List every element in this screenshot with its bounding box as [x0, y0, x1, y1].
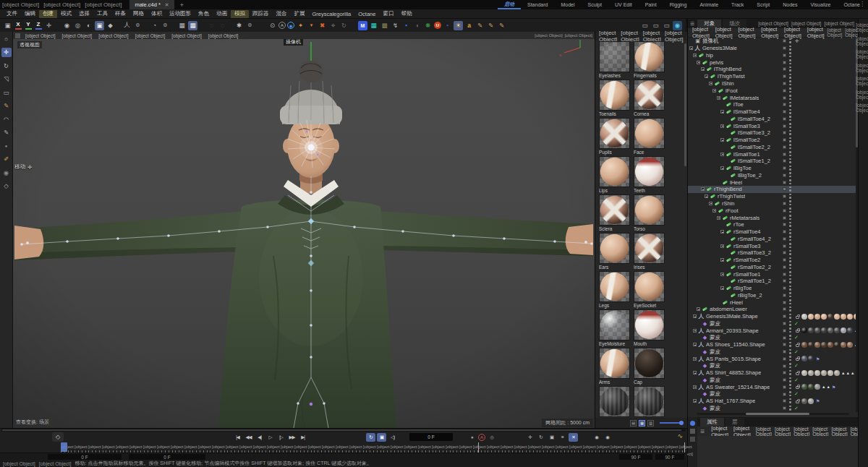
- visibility-dots[interactable]: [789, 137, 791, 143]
- visibility-dots[interactable]: [789, 243, 791, 249]
- enable-checkbox[interactable]: [783, 202, 786, 205]
- tree-row[interactable]: lSmallToe3: [688, 122, 856, 129]
- visibility-dots[interactable]: [789, 130, 791, 136]
- material-thumbnail[interactable]: [599, 348, 630, 379]
- enable-checkbox[interactable]: [783, 406, 786, 410]
- expand-toggle[interactable]: [720, 273, 724, 276]
- material-thumbnail[interactable]: [634, 80, 665, 111]
- material-thumbnail[interactable]: [599, 118, 630, 149]
- toolbar-icon[interactable]: M: [358, 21, 367, 30]
- layout-tab[interactable]: 启动: [498, 0, 521, 9]
- toolbar-icon[interactable]: ▦: [177, 21, 187, 30]
- object-label[interactable]: lMetatarsals: [730, 95, 759, 101]
- enable-checkbox[interactable]: [783, 89, 786, 93]
- toolbar-icon[interactable]: ✖: [318, 21, 327, 30]
- visibility-dots[interactable]: [789, 80, 791, 86]
- tree-row[interactable]: 蒙皮 ✓: [688, 377, 856, 384]
- enable-checkbox[interactable]: [783, 117, 786, 121]
- visibility-dots[interactable]: [789, 398, 791, 404]
- visibility-dots[interactable]: [789, 391, 791, 397]
- toolbar-right-icon[interactable]: ▭: [662, 21, 671, 30]
- preview-marker-90[interactable]: [684, 442, 685, 453]
- material-thumbnail[interactable]: [634, 348, 665, 379]
- object-label[interactable]: lSmallToe1_2: [738, 158, 770, 164]
- visibility-dots[interactable]: [789, 321, 791, 327]
- visibility-dots[interactable]: [789, 286, 791, 291]
- toolbar-icon[interactable]: ▦: [369, 21, 378, 30]
- extra-button[interactable]: ◉: [592, 433, 601, 442]
- tree-row[interactable]: rSmallToe2: [688, 257, 856, 264]
- visibility-dots[interactable]: [789, 215, 791, 220]
- key-option-button[interactable]: ≡: [558, 433, 567, 442]
- layout-tab[interactable]: UV Edit: [608, 0, 639, 9]
- visibility-dots[interactable]: [789, 52, 791, 58]
- texture-thumb[interactable]: [821, 370, 827, 376]
- expand-toggle[interactable]: [720, 166, 724, 170]
- viewport-canvas[interactable]: x: [13, 39, 595, 428]
- history-icon[interactable]: [object Object]: [2, 1, 39, 8]
- menu-item[interactable]: 角色: [195, 10, 213, 18]
- enable-checkbox[interactable]: [783, 273, 786, 276]
- material-thumbnail[interactable]: [599, 80, 630, 111]
- attributes-icon[interactable]: [object Object]: [812, 427, 828, 437]
- overflow-menu-icon[interactable]: ⋮: [859, 1, 865, 7]
- visibility-dots[interactable]: [789, 74, 791, 80]
- strip-panel-icon[interactable]: [object Object]: [856, 49, 868, 59]
- expand-toggle[interactable]: [697, 307, 700, 311]
- expand-toggle[interactable]: [693, 357, 697, 361]
- object-label[interactable]: lHeel: [730, 179, 742, 186]
- tree-row[interactable]: rSmallToe1: [688, 270, 856, 278]
- object-label[interactable]: lFoot: [726, 87, 738, 94]
- material-thumbnail[interactable]: [599, 41, 630, 72]
- object-label[interactable]: lToe: [733, 101, 744, 108]
- document-tab[interactable]: male.c4d * ✕: [129, 0, 174, 9]
- enable-checkbox[interactable]: [783, 110, 786, 113]
- visibility-dots[interactable]: [789, 229, 791, 235]
- object-label[interactable]: rSmallToe3: [733, 243, 761, 249]
- tree-row[interactable]: rSmallToe3: [688, 242, 856, 249]
- material-item[interactable]: Face: [634, 118, 665, 155]
- expand-toggle[interactable]: [712, 89, 716, 93]
- object-label[interactable]: rToe: [733, 221, 744, 228]
- expand-toggle[interactable]: [720, 286, 724, 290]
- workplane-icon[interactable]: ▣: [3, 21, 12, 30]
- visibility-dots[interactable]: [789, 406, 791, 411]
- record-button[interactable]: A: [478, 434, 485, 441]
- toolbar-icon[interactable]: [144, 21, 148, 30]
- toolbar-icon[interactable]: ⚙: [161, 21, 170, 30]
- enable-checkbox[interactable]: [783, 124, 786, 128]
- visibility-dots[interactable]: [789, 59, 791, 65]
- tree-row[interactable]: Armani_20393.Shape: [688, 327, 856, 334]
- enable-checkbox[interactable]: [783, 96, 786, 100]
- object-label[interactable]: lSmallToe4_2: [738, 116, 770, 122]
- visibility-dots[interactable]: [789, 151, 791, 157]
- object-label[interactable]: AS Shirt_48852.Shape: [706, 369, 761, 376]
- axis-lock-button[interactable]: Z: [34, 21, 43, 30]
- object-label[interactable]: rThighBend: [714, 186, 742, 192]
- object-label[interactable]: Armani_20393.Shape: [706, 327, 759, 334]
- texture-thumb[interactable]: [841, 327, 846, 333]
- texture-thumb[interactable]: [808, 384, 814, 390]
- material-thumbnail[interactable]: [634, 386, 665, 417]
- material-item[interactable]: Cap: [634, 348, 665, 385]
- tree-row[interactable]: lSmallToe4: [688, 108, 856, 116]
- texture-thumb[interactable]: [808, 356, 814, 361]
- enable-checkbox[interactable]: [783, 194, 786, 198]
- attributes-icon[interactable]: [object Object]: [793, 427, 809, 437]
- tree-row[interactable]: 摄像机 ✛: [688, 38, 856, 45]
- toolbar-icon[interactable]: ◌: [218, 21, 227, 30]
- toolbar-icon[interactable]: ◌: [207, 21, 216, 30]
- toolbar-icon[interactable]: ◖: [412, 21, 422, 30]
- menu-item[interactable]: Octane: [354, 10, 379, 18]
- texture-thumb[interactable]: [847, 314, 853, 320]
- view-mode-icon[interactable]: ▤: [630, 420, 637, 427]
- toolbar-icon[interactable]: ▩: [380, 21, 389, 30]
- layout-tab[interactable]: Script: [750, 0, 776, 9]
- burger-icon[interactable]: ☰: [700, 429, 705, 434]
- material-item[interactable]: SidesUnder: [599, 386, 630, 417]
- expand-toggle[interactable]: [717, 96, 720, 100]
- object-label[interactable]: AS Pants_5015.Shape: [706, 356, 761, 362]
- om-icon[interactable]: [object Object]: [827, 27, 843, 38]
- material-thumbnail[interactable]: [634, 41, 665, 72]
- enable-checkbox[interactable]: [783, 364, 786, 368]
